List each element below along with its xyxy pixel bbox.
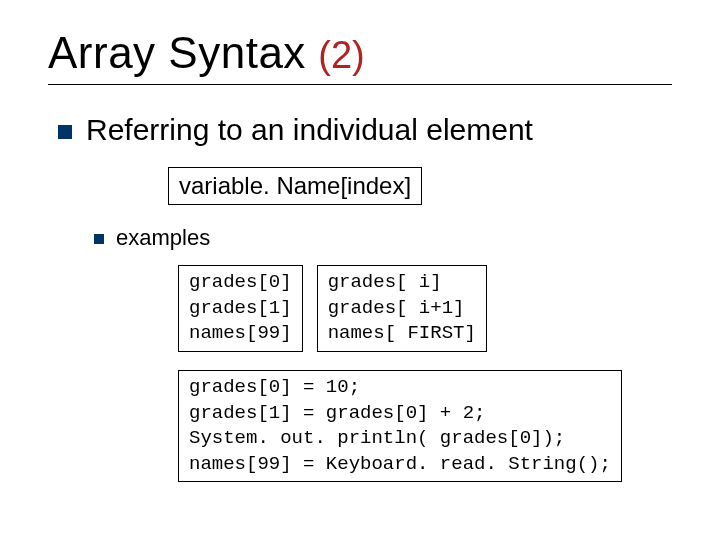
square-bullet-icon	[94, 234, 104, 244]
examples-right-box: grades[ i] grades[ i+1] names[ FIRST]	[317, 265, 487, 352]
statements-box: grades[0] = 10; grades[1] = grades[0] + …	[178, 370, 622, 483]
bullet-level2-text: examples	[116, 225, 210, 251]
slide-title-main: Array Syntax	[48, 28, 306, 77]
bullet-level2: examples	[94, 225, 672, 251]
syntax-box: variable. Name[index]	[168, 167, 422, 205]
bullet-level1: Referring to an individual element	[58, 113, 672, 147]
square-bullet-icon	[58, 125, 72, 139]
title-line: Array Syntax (2)	[48, 28, 672, 85]
slide: Array Syntax (2) Referring to an individ…	[0, 0, 720, 540]
bullet-level1-text: Referring to an individual element	[86, 113, 533, 147]
statements-wrap: grades[0] = 10; grades[1] = grades[0] + …	[48, 352, 672, 483]
examples-row: grades[0] grades[1] names[99] grades[ i]…	[178, 265, 672, 352]
slide-title-sub: (2)	[318, 34, 364, 76]
syntax-box-wrap: variable. Name[index]	[48, 161, 672, 205]
examples-left-box: grades[0] grades[1] names[99]	[178, 265, 303, 352]
